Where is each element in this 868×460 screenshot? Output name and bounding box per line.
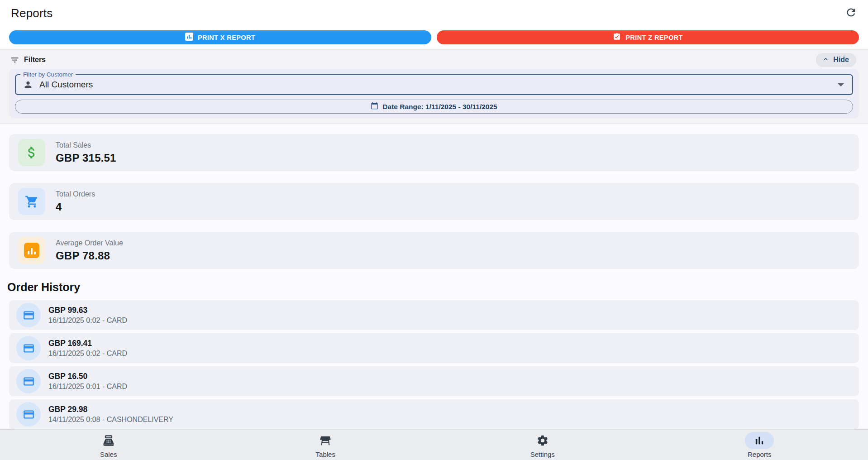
credit-card-icon — [16, 402, 41, 426]
bar-chart-icon — [185, 33, 193, 42]
cart-icon — [18, 188, 45, 215]
stat-label: Total Orders — [56, 190, 95, 198]
order-amount: GBP 99.63 — [48, 306, 127, 315]
order-row[interactable]: GBP 16.50 16/11/2025 0:01 - CARD — [9, 366, 859, 396]
refresh-button[interactable] — [845, 6, 857, 20]
stat-value: GBP 78.88 — [56, 249, 123, 262]
dollar-icon — [18, 139, 45, 166]
order-details: 14/11/2025 0:08 - CASHONDELIVERY — [48, 416, 173, 424]
main-content: Total Sales GBP 315.51 Total Orders 4 Av… — [0, 124, 868, 429]
mini-bar-chart-icon — [18, 237, 45, 264]
header: Reports — [0, 0, 868, 26]
filter-icon — [10, 55, 19, 65]
stat-value: 4 — [56, 201, 95, 213]
nav-item-tables[interactable]: Tables — [217, 430, 434, 460]
nav-label-reports: Reports — [748, 450, 772, 458]
filter-panel: Filter by Customer All Customers Date Ra… — [9, 69, 859, 118]
hide-filters-label: Hide — [833, 56, 849, 64]
stat-card-average-order-value: Average Order Value GBP 78.88 — [9, 232, 859, 269]
credit-card-icon — [16, 336, 41, 360]
order-row[interactable]: GBP 169.41 16/11/2025 0:02 - CARD — [9, 333, 859, 363]
stat-value: GBP 315.51 — [56, 152, 116, 164]
credit-card-icon — [16, 369, 41, 393]
print-x-report-button[interactable]: PRINT X REPORT — [9, 30, 431, 44]
nav-item-sales[interactable]: Sales — [0, 430, 217, 460]
cash-register-icon — [94, 432, 123, 449]
print-z-report-label: PRINT Z REPORT — [625, 34, 682, 41]
bottom-navigation: Sales Tables Settings Reports — [0, 429, 868, 460]
customer-filter-select[interactable]: Filter by Customer All Customers — [15, 74, 853, 95]
refresh-icon — [845, 6, 857, 20]
nav-label-sales: Sales — [100, 450, 117, 458]
order-details: 16/11/2025 0:02 - CARD — [48, 316, 127, 325]
filters-title: Filters — [24, 56, 46, 64]
caret-down-icon — [838, 83, 844, 86]
stat-label: Total Sales — [56, 141, 116, 149]
nav-item-settings[interactable]: Settings — [434, 430, 651, 460]
stat-card-total-sales: Total Sales GBP 315.51 — [9, 134, 859, 171]
order-amount: GBP 16.50 — [48, 372, 127, 381]
order-row[interactable]: GBP 99.63 16/11/2025 0:02 - CARD — [9, 300, 859, 330]
nav-label-tables: Tables — [316, 450, 335, 458]
customer-filter-label: Filter by Customer — [20, 71, 76, 78]
date-range-button[interactable]: Date Range: 1/11/2025 - 30/11/2025 — [15, 100, 853, 114]
stat-label: Average Order Value — [56, 239, 123, 247]
clipboard-check-icon — [613, 33, 621, 42]
page-title: Reports — [11, 6, 52, 20]
order-details: 16/11/2025 0:02 - CARD — [48, 350, 127, 358]
print-z-report-button[interactable]: PRINT Z REPORT — [437, 30, 859, 44]
nav-item-reports[interactable]: Reports — [651, 430, 868, 460]
chevron-up-icon — [822, 55, 830, 65]
nav-label-settings: Settings — [530, 450, 555, 458]
table-icon — [311, 432, 340, 449]
order-amount: GBP 29.98 — [48, 405, 173, 414]
print-x-report-label: PRINT X REPORT — [198, 34, 255, 41]
customer-filter-value: All Customers — [39, 80, 93, 90]
filters-header: Filters Hide — [0, 50, 868, 66]
gear-icon — [528, 432, 557, 449]
order-row[interactable]: GBP 29.98 14/11/2025 0:08 - CASHONDELIVE… — [9, 399, 859, 429]
hide-filters-button[interactable]: Hide — [816, 53, 856, 67]
date-range-label: Date Range: 1/11/2025 - 30/11/2025 — [382, 103, 497, 111]
filters-section: Filters Hide Filter by Customer All Cust… — [0, 49, 868, 124]
stat-card-total-orders: Total Orders 4 — [9, 183, 859, 220]
credit-card-icon — [16, 303, 41, 327]
order-amount: GBP 169.41 — [48, 339, 127, 348]
calendar-icon — [371, 102, 378, 111]
bar-chart-icon — [745, 432, 774, 449]
order-details: 16/11/2025 0:01 - CARD — [48, 383, 127, 391]
print-actions-row: PRINT X REPORT PRINT Z REPORT — [0, 26, 868, 49]
order-history-title: Order History — [7, 281, 859, 294]
person-icon — [23, 80, 33, 90]
